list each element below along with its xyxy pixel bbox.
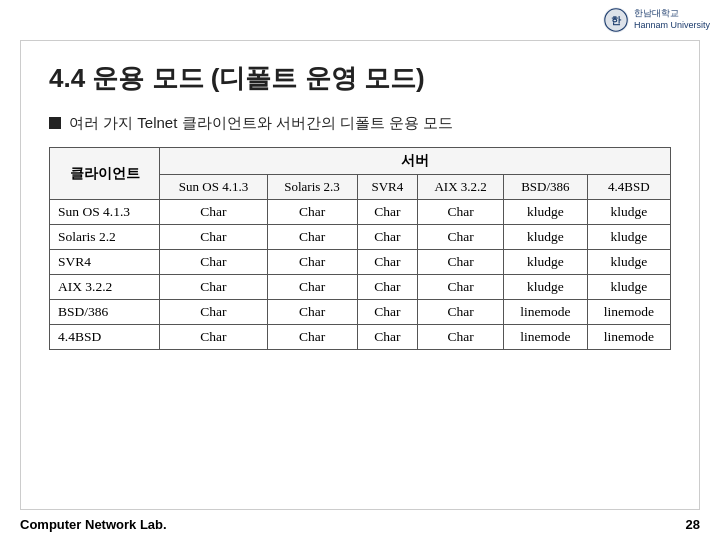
- slide-container: 4.4 운용 모드 (디폴트 운영 모드) 여러 가지 Telnet 클라이언트…: [20, 40, 700, 510]
- server-sub-header: Solaris 2.3: [267, 175, 357, 200]
- data-cell: Char: [418, 325, 504, 350]
- server-sub-header: Sun OS 4.1.3: [160, 175, 267, 200]
- data-cell: kludge: [587, 200, 670, 225]
- server-sub-header: 4.4BSD: [587, 175, 670, 200]
- data-cell: Char: [160, 275, 267, 300]
- data-cell: kludge: [587, 250, 670, 275]
- data-cell: Char: [160, 200, 267, 225]
- client-cell: Solaris 2.2: [50, 225, 160, 250]
- telnet-modes-table: 클라이언트 서버 Sun OS 4.1.3Solaris 2.3SVR4AIX …: [49, 147, 671, 350]
- data-cell: Char: [357, 275, 418, 300]
- table-row: Sun OS 4.1.3CharCharCharCharkludgekludge: [50, 200, 671, 225]
- data-cell: Char: [418, 300, 504, 325]
- client-cell: Sun OS 4.1.3: [50, 200, 160, 225]
- server-column-header: 서버: [160, 148, 671, 175]
- university-logo-icon: 한: [602, 6, 630, 34]
- client-cell: 4.4BSD: [50, 325, 160, 350]
- table-wrapper: 클라이언트 서버 Sun OS 4.1.3Solaris 2.3SVR4AIX …: [49, 147, 671, 350]
- data-cell: linemode: [504, 325, 587, 350]
- footer: Computer Network Lab. 28: [20, 517, 700, 532]
- client-cell: AIX 3.2.2: [50, 275, 160, 300]
- data-cell: Char: [160, 250, 267, 275]
- data-cell: kludge: [504, 275, 587, 300]
- data-cell: Char: [357, 225, 418, 250]
- data-cell: Char: [267, 250, 357, 275]
- data-cell: Char: [418, 250, 504, 275]
- data-cell: Char: [418, 225, 504, 250]
- data-cell: Char: [267, 225, 357, 250]
- university-name: 한남대학교 Hannam University: [634, 8, 710, 31]
- client-column-header: 클라이언트: [50, 148, 160, 200]
- data-cell: Char: [267, 200, 357, 225]
- data-cell: Char: [267, 325, 357, 350]
- bullet-item: 여러 가지 Telnet 클라이언트와 서버간의 디폴트 운용 모드: [49, 114, 671, 133]
- svg-text:한: 한: [611, 15, 622, 26]
- client-cell: BSD/386: [50, 300, 160, 325]
- data-cell: linemode: [504, 300, 587, 325]
- data-cell: Char: [357, 200, 418, 225]
- data-cell: Char: [267, 275, 357, 300]
- bullet-text: 여러 가지 Telnet 클라이언트와 서버간의 디폴트 운용 모드: [69, 114, 453, 133]
- table-row: Solaris 2.2CharCharCharCharkludgekludge: [50, 225, 671, 250]
- data-cell: kludge: [587, 225, 670, 250]
- table-row: AIX 3.2.2CharCharCharCharkludgekludge: [50, 275, 671, 300]
- slide-title: 4.4 운용 모드 (디폴트 운영 모드): [49, 61, 671, 96]
- data-cell: Char: [357, 250, 418, 275]
- data-cell: kludge: [504, 200, 587, 225]
- server-sub-header: SVR4: [357, 175, 418, 200]
- data-cell: Char: [160, 325, 267, 350]
- client-cell: SVR4: [50, 250, 160, 275]
- page-number: 28: [686, 517, 700, 532]
- data-cell: linemode: [587, 325, 670, 350]
- data-cell: kludge: [587, 275, 670, 300]
- data-cell: Char: [357, 325, 418, 350]
- data-cell: Char: [418, 200, 504, 225]
- data-cell: Char: [160, 225, 267, 250]
- table-row: 4.4BSDCharCharCharCharlinemodelinemode: [50, 325, 671, 350]
- bullet-icon: [49, 117, 61, 129]
- server-sub-header: AIX 3.2.2: [418, 175, 504, 200]
- table-row: SVR4CharCharCharCharkludgekludge: [50, 250, 671, 275]
- data-cell: Char: [160, 300, 267, 325]
- server-sub-header: BSD/386: [504, 175, 587, 200]
- data-cell: Char: [418, 275, 504, 300]
- data-cell: linemode: [587, 300, 670, 325]
- data-cell: Char: [267, 300, 357, 325]
- lab-name: Computer Network Lab.: [20, 517, 167, 532]
- table-row: BSD/386CharCharCharCharlinemodelinemode: [50, 300, 671, 325]
- data-cell: kludge: [504, 225, 587, 250]
- data-cell: Char: [357, 300, 418, 325]
- university-logo: 한 한남대학교 Hannam University: [602, 6, 710, 34]
- data-cell: kludge: [504, 250, 587, 275]
